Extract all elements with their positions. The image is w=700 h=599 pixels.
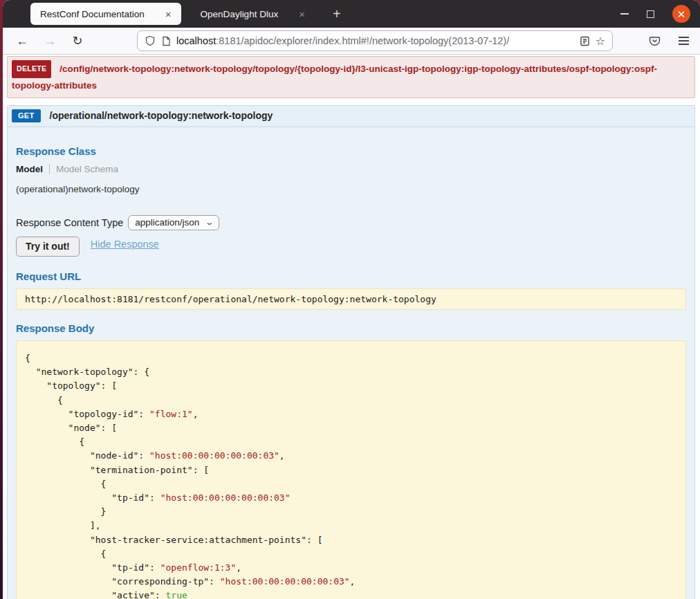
content-type-selected-value: application/json bbox=[135, 217, 199, 228]
code-line: "topology-id": "flow:1", bbox=[25, 407, 677, 421]
browser-navbar: ← → ↻ localhost:8181/apidoc/explorer/ind… bbox=[3, 28, 700, 55]
code-line: { bbox=[25, 351, 677, 365]
code-line: "tp-id": "host:00:00:00:00:00:03" bbox=[25, 491, 677, 505]
try-it-out-button[interactable]: Try it out! bbox=[16, 237, 80, 257]
model-tabs: Model Model Schema bbox=[16, 164, 686, 174]
url-text[interactable]: localhost:8181/apidoc/explorer/index.htm… bbox=[176, 35, 509, 46]
delete-operation-heading[interactable]: DELETE/config/network-topology:network-t… bbox=[7, 56, 695, 98]
code-line: { bbox=[25, 547, 677, 561]
response-class-heading: Response Class bbox=[16, 145, 686, 157]
code-line: "host-tracker-service:attachment-points"… bbox=[25, 533, 677, 547]
window-controls: ✕ bbox=[620, 5, 700, 23]
close-tab-icon[interactable]: × bbox=[296, 8, 308, 21]
forward-icon[interactable]: → bbox=[39, 34, 61, 48]
tab-model[interactable]: Model bbox=[16, 164, 43, 174]
reload-icon[interactable]: ↻ bbox=[66, 33, 89, 48]
back-icon[interactable]: ← bbox=[11, 34, 33, 48]
shield-icon[interactable] bbox=[145, 35, 156, 46]
code-line: "tp-id": "openflow:1:3", bbox=[25, 561, 677, 575]
request-url-heading: Request URL bbox=[16, 270, 686, 282]
tab-opendaylight-dlux[interactable]: OpenDaylight Dlux × bbox=[191, 3, 315, 25]
browser-titlebar: RestConf Documentation × OpenDaylight Dl… bbox=[3, 0, 700, 28]
response-body-box: { "network-topology": { "topology": [ { … bbox=[16, 340, 686, 599]
code-line: } bbox=[25, 505, 677, 519]
menu-hamburger-icon[interactable] bbox=[679, 37, 689, 44]
pocket-icon[interactable] bbox=[649, 35, 661, 46]
url-path: :8181/apidoc/explorer/index.html#!/netwo… bbox=[216, 35, 509, 46]
reader-view-icon[interactable] bbox=[580, 36, 590, 46]
browser-window: RestConf Documentation × OpenDaylight Dl… bbox=[3, 0, 700, 599]
close-tab-icon[interactable]: × bbox=[163, 8, 174, 21]
code-line: "topology": [ bbox=[25, 379, 677, 393]
delete-operation-path[interactable]: /config/network-topology:network-topolog… bbox=[12, 64, 657, 91]
delete-method-badge: DELETE bbox=[12, 60, 51, 78]
code-line: { bbox=[25, 394, 677, 407]
code-line: { bbox=[25, 435, 677, 449]
response-body-heading: Response Body bbox=[16, 322, 686, 334]
response-content-type-label: Response Content Type bbox=[16, 217, 123, 228]
request-url-box: http://localhost:8181/restconf/operation… bbox=[16, 288, 686, 310]
get-operation-content: Response Class Model Model Schema (opera… bbox=[8, 127, 694, 599]
tab-title: OpenDaylight Dlux bbox=[201, 9, 279, 19]
get-operation-path[interactable]: /operational/network-topology:network-to… bbox=[50, 110, 273, 121]
page-info-icon[interactable] bbox=[161, 36, 171, 46]
code-line: "termination-point": [ bbox=[25, 463, 677, 477]
code-line: "node-id": "host:00:00:00:00:00:03", bbox=[25, 449, 677, 463]
get-operation: GET/operational/network-topology:network… bbox=[7, 105, 695, 599]
navbar-right-icons bbox=[649, 35, 692, 46]
url-host: localhost bbox=[176, 35, 216, 46]
code-line: "node": [ bbox=[25, 421, 677, 435]
actions-row: Try it out! Hide Response bbox=[16, 237, 686, 257]
apidoc-page: DELETE/config/network-topology:network-t… bbox=[3, 55, 700, 599]
code-line: "corresponding-tp": "host:00:00:00:00:00… bbox=[25, 575, 677, 589]
tab-restconf-documentation[interactable]: RestConf Documentation × bbox=[30, 3, 181, 25]
code-line: "network-topology": { bbox=[25, 365, 677, 379]
get-operation-heading[interactable]: GET/operational/network-topology:network… bbox=[8, 106, 694, 127]
code-line: "active": true bbox=[25, 589, 677, 599]
model-tab-divider bbox=[49, 164, 50, 174]
minimize-icon[interactable] bbox=[620, 13, 629, 15]
tab-model-schema[interactable]: Model Schema bbox=[56, 164, 118, 174]
code-line: ], bbox=[25, 519, 677, 533]
get-method-badge: GET bbox=[12, 109, 41, 122]
new-tab-button[interactable]: + bbox=[327, 7, 347, 21]
chevron-down-icon: ⌄ bbox=[205, 218, 214, 227]
hide-response-link[interactable]: Hide Response bbox=[91, 239, 159, 250]
code-line: { bbox=[25, 477, 677, 491]
bookmark-star-icon[interactable]: ☆ bbox=[596, 35, 605, 48]
maximize-icon[interactable] bbox=[647, 10, 654, 18]
url-bar[interactable]: localhost:8181/apidoc/explorer/index.htm… bbox=[137, 30, 613, 51]
model-value: (operational)network-topology bbox=[16, 184, 686, 194]
content-type-select[interactable]: application/json ⌄ bbox=[128, 215, 219, 230]
close-window-icon[interactable]: ✕ bbox=[672, 5, 690, 23]
response-content-type-row: Response Content Type application/json ⌄ bbox=[16, 215, 686, 230]
tab-title: RestConf Documentation bbox=[40, 9, 145, 19]
